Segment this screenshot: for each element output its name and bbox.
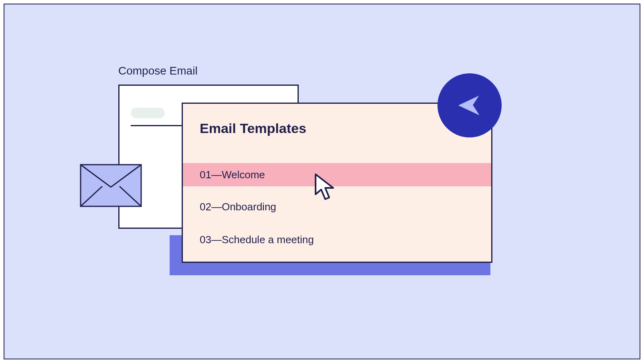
- template-item-label: 02—Onboarding: [200, 201, 276, 213]
- cursor-icon: [313, 173, 338, 202]
- template-item-label: 01—Welcome: [200, 169, 265, 181]
- compose-subject-underline: [131, 125, 183, 126]
- template-item-schedule[interactable]: 03—Schedule a meeting: [183, 228, 491, 251]
- template-item-label: 03—Schedule a meeting: [200, 234, 314, 246]
- email-templates-title: Email Templates: [200, 121, 306, 136]
- send-icon: [452, 88, 487, 123]
- stage: Compose Email Email Templates 01—Welcome…: [4, 4, 640, 359]
- envelope-icon: [80, 164, 142, 207]
- illustration-frame: Compose Email Email Templates 01—Welcome…: [4, 4, 640, 359]
- compose-recipient-chip: [131, 108, 165, 118]
- send-button[interactable]: [437, 73, 502, 137]
- compose-email-label: Compose Email: [118, 65, 198, 77]
